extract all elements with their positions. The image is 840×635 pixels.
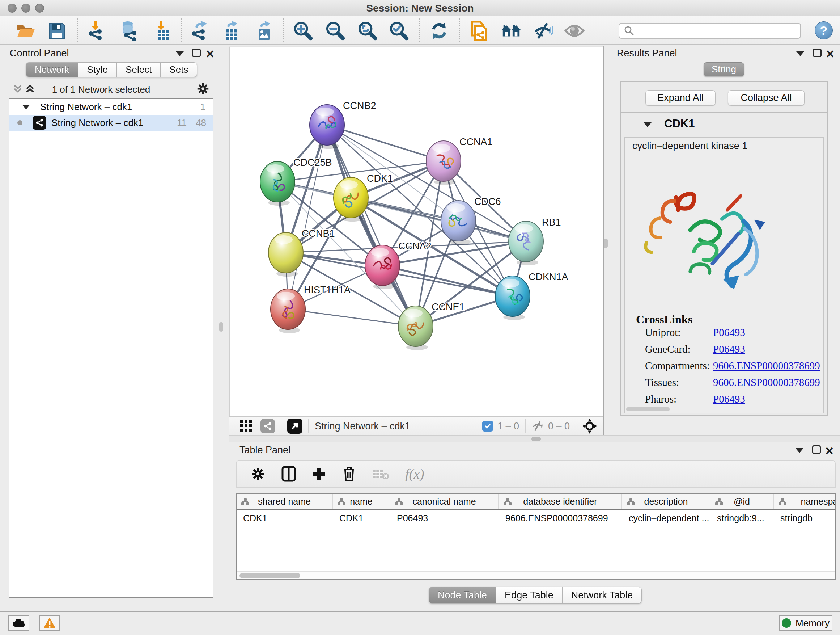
zoom-out-button[interactable] xyxy=(325,20,346,41)
column-header-database-identifier[interactable]: database identifier xyxy=(499,494,622,509)
collapse-panel-icon[interactable] xyxy=(796,51,804,56)
crosslink-link[interactable]: P06493 xyxy=(713,393,745,405)
network-graph[interactable]: CCNB2CCNA1CDC25BCDK1CDC6RB1CCNB1CCNA2CDK… xyxy=(230,48,603,415)
zoom-selected-button[interactable] xyxy=(388,20,409,41)
cloud-status-button[interactable] xyxy=(8,615,29,631)
birds-eye-grid-icon[interactable] xyxy=(240,419,253,433)
table-hscrollbar-thumb[interactable] xyxy=(240,573,300,578)
export-image-button[interactable] xyxy=(253,20,274,41)
column-label: description xyxy=(644,496,688,507)
network-node-ccna1[interactable]: CCNA1 xyxy=(426,136,493,185)
show-panel-button[interactable] xyxy=(564,20,585,41)
column-header-canonical-name[interactable]: canonical name xyxy=(390,494,499,509)
delete-column-trash-icon[interactable] xyxy=(342,466,356,482)
network-node-cdkn1a[interactable]: CDKN1A xyxy=(495,272,568,320)
network-edge[interactable] xyxy=(288,309,416,326)
network-snapshot-button[interactable] xyxy=(469,20,489,41)
crosslink-link[interactable]: 9606.ENSP00000378699 xyxy=(713,360,820,372)
column-header-description[interactable]: description xyxy=(622,494,711,509)
tab-network[interactable]: Network xyxy=(26,62,78,77)
node-table[interactable]: shared namenamecanonical namedatabase id… xyxy=(236,493,836,580)
table-row[interactable]: CDK1CDK1P064939606.ENSP00000378699cyclin… xyxy=(237,510,835,526)
tab-edge-table[interactable]: Edge Table xyxy=(496,587,562,603)
zoom-fit-button[interactable] xyxy=(357,20,378,41)
help-button[interactable]: ? xyxy=(815,21,833,40)
network-node-cdc25b[interactable]: CDC25B xyxy=(260,157,332,206)
network-share-icon[interactable] xyxy=(261,419,275,433)
network-node-hist1h1a[interactable]: HIST1H1A xyxy=(271,285,351,333)
network-collection-row[interactable]: String Network – cdk1 1 xyxy=(9,99,213,115)
import-network-file-button[interactable] xyxy=(85,20,106,41)
network-edge[interactable] xyxy=(327,125,444,161)
tab-string[interactable]: String xyxy=(704,62,744,76)
zoom-in-button[interactable] xyxy=(293,20,314,41)
network-node-ccne1[interactable]: CCNE1 xyxy=(398,302,465,350)
network-options-gear-icon[interactable] xyxy=(196,82,210,96)
network-node-cdk1[interactable]: CDK1 xyxy=(333,173,393,222)
hide-panels-button[interactable] xyxy=(533,20,554,41)
save-session-button[interactable] xyxy=(46,20,67,41)
search-input[interactable] xyxy=(638,24,800,37)
collapse-panel-icon[interactable] xyxy=(796,448,804,453)
open-session-button[interactable] xyxy=(16,20,36,41)
close-panel-icon[interactable]: ✕ xyxy=(205,48,215,60)
column-header-namespace[interactable]: namespace xyxy=(774,494,836,509)
table-cell[interactable]: P06493 xyxy=(390,510,499,526)
open-in-string-button[interactable] xyxy=(287,418,302,434)
memory-button[interactable]: Memory xyxy=(779,615,832,631)
table-cell[interactable]: CDK1 xyxy=(333,510,390,526)
tab-style[interactable]: Style xyxy=(78,62,117,77)
horizontal-splitter[interactable] xyxy=(229,435,840,442)
expand-all-button[interactable]: Expand All xyxy=(645,90,715,106)
collapse-panel-icon[interactable] xyxy=(176,51,184,56)
tab-sets[interactable]: Sets xyxy=(161,62,197,77)
collapse-section-icon[interactable] xyxy=(644,122,652,127)
crosslink-link[interactable]: P06493 xyxy=(713,326,745,339)
create-column-plus-icon[interactable] xyxy=(312,467,326,481)
network-node-ccnb1[interactable]: CCNB1 xyxy=(268,228,335,277)
tab-select[interactable]: Select xyxy=(117,62,161,77)
network-row-selected[interactable]: String Network – cdk1 11 48 xyxy=(9,115,213,131)
table-cell[interactable]: stringdb:9... xyxy=(711,510,774,526)
column-header-name[interactable]: name xyxy=(333,494,390,509)
crosslink-link[interactable]: P06493 xyxy=(713,343,745,355)
table-cell[interactable]: stringdb xyxy=(774,510,836,526)
network-edge[interactable] xyxy=(327,125,416,326)
export-table-button[interactable] xyxy=(221,20,242,41)
network-edge[interactable] xyxy=(382,265,513,296)
network-node-rb1[interactable]: RB1 xyxy=(508,217,561,265)
table-options-gear-icon[interactable] xyxy=(250,466,265,481)
warnings-button[interactable] xyxy=(39,615,60,631)
import-table-button[interactable] xyxy=(151,20,172,41)
crosslink-link[interactable]: 9606.ENSP00000378699 xyxy=(713,377,820,388)
close-panel-icon[interactable]: ✕ xyxy=(826,48,835,60)
export-network-button[interactable] xyxy=(188,20,209,41)
table-cell[interactable]: cyclin–dependent ... xyxy=(622,510,711,526)
network-canvas[interactable]: CCNB2CCNA1CDC25BCDK1CDC6RB1CCNB1CCNA2CDK… xyxy=(229,47,603,416)
splitter-handle[interactable] xyxy=(531,437,541,441)
float-panel-icon[interactable] xyxy=(192,49,201,57)
tab-network-table[interactable]: Network Table xyxy=(562,587,642,603)
refresh-button[interactable] xyxy=(429,20,450,41)
home-button[interactable] xyxy=(501,20,522,41)
fit-content-target-icon[interactable] xyxy=(582,418,597,434)
column-header--id[interactable]: @id xyxy=(711,494,774,509)
collapse-all-button[interactable]: Collapse All xyxy=(728,90,805,106)
tree-expanded-icon[interactable] xyxy=(22,105,30,109)
table-cell[interactable]: 9606.ENSP00000378699 xyxy=(499,510,622,526)
vertical-splitter-handle[interactable] xyxy=(604,239,608,248)
network-node-ccnb2[interactable]: CCNB2 xyxy=(309,100,376,149)
close-panel-icon[interactable]: ✕ xyxy=(825,445,834,457)
selected-checkbox-icon[interactable] xyxy=(482,421,493,432)
import-network-database-button[interactable] xyxy=(118,20,139,41)
vertical-splitter-handle[interactable] xyxy=(219,322,223,332)
show-columns-icon[interactable] xyxy=(281,466,296,482)
float-panel-icon[interactable] xyxy=(812,445,821,454)
tab-node-table[interactable]: Node Table xyxy=(429,587,496,603)
network-node-ccna2[interactable]: CCNA2 xyxy=(365,241,431,289)
float-panel-icon[interactable] xyxy=(813,49,821,57)
toolbar-separator xyxy=(418,19,420,42)
column-header-shared-name[interactable]: shared name xyxy=(237,494,333,509)
results-scrollbar[interactable] xyxy=(626,407,669,411)
table-cell[interactable]: CDK1 xyxy=(237,510,333,526)
